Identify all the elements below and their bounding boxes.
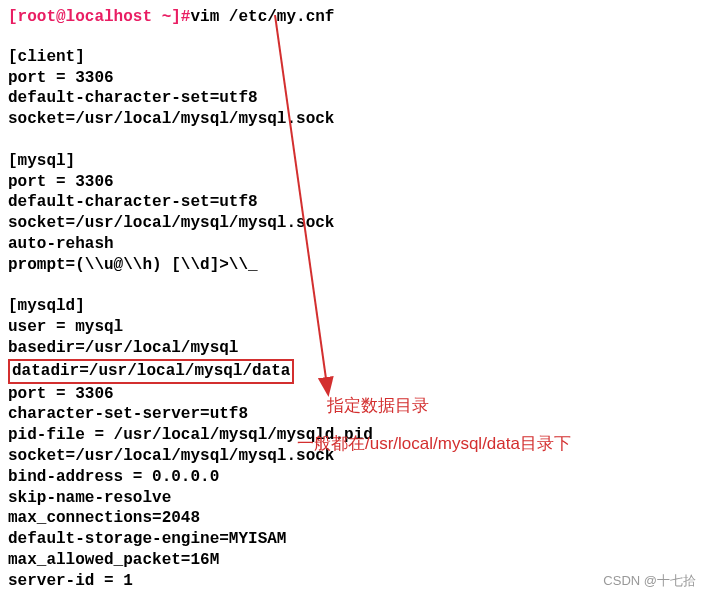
- config-line: basedir=/usr/local/mysql: [8, 338, 698, 359]
- prompt-user-host: [root@localhost ~]#: [8, 8, 190, 26]
- config-line: skip-name-resolve: [8, 488, 698, 509]
- annotation-specify-data-dir: 指定数据目录: [327, 394, 429, 417]
- blank-line: [8, 130, 698, 151]
- config-line: auto-rehash: [8, 234, 698, 255]
- annotation-usual-path: 一般都在/usr/local/mysql/data目录下: [297, 432, 571, 455]
- watermark: CSDN @十七拾: [603, 572, 696, 590]
- config-datadir: datadir=/usr/local/mysql/data: [12, 362, 290, 380]
- blank-line: [8, 26, 698, 47]
- config-line: socket=/usr/local/mysql/mysql.sock: [8, 109, 698, 130]
- terminal-command: vim /etc/my.cnf: [190, 8, 334, 26]
- config-line: bind-address = 0.0.0.0: [8, 467, 698, 488]
- config-line: port = 3306: [8, 68, 698, 89]
- highlighted-datadir-row: datadir=/usr/local/mysql/data: [8, 359, 698, 384]
- section-mysql: [mysql]: [8, 151, 698, 172]
- config-line: default-character-set=utf8: [8, 88, 698, 109]
- config-line: server-id = 1: [8, 571, 698, 592]
- section-mysqld: [mysqld]: [8, 296, 698, 317]
- terminal-prompt-line: [root@localhost ~]#vim /etc/my.cnf: [8, 8, 698, 26]
- config-line: user = mysql: [8, 317, 698, 338]
- config-line: port = 3306: [8, 172, 698, 193]
- blank-line: [8, 276, 698, 297]
- config-line: default-character-set=utf8: [8, 192, 698, 213]
- section-client: [client]: [8, 47, 698, 68]
- config-line: max_allowed_packet=16M: [8, 550, 698, 571]
- config-line: prompt=(\\u@\\h) [\\d]>\\_: [8, 255, 698, 276]
- config-line: socket=/usr/local/mysql/mysql.sock: [8, 213, 698, 234]
- highlighted-box: datadir=/usr/local/mysql/data: [8, 359, 294, 384]
- config-line: max_connections=2048: [8, 508, 698, 529]
- config-line: default-storage-engine=MYISAM: [8, 529, 698, 550]
